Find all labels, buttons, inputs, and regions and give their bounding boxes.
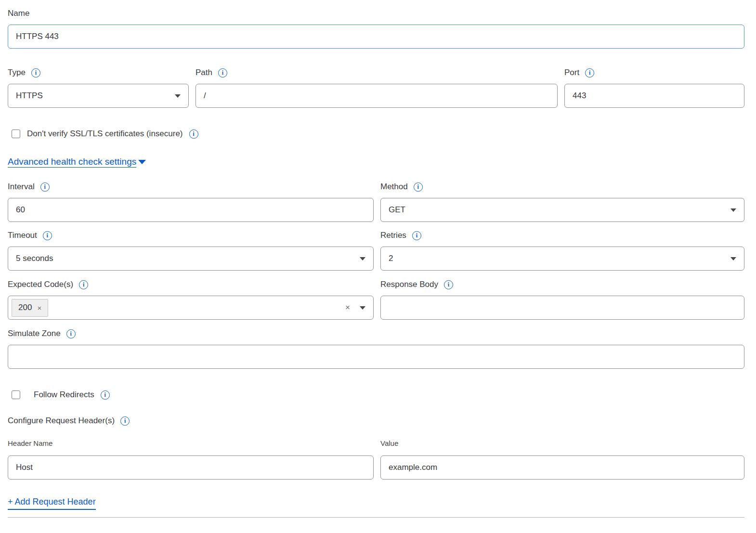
- type-select-value: HTTPS: [16, 91, 43, 101]
- interval-info-icon[interactable]: i: [40, 182, 50, 192]
- response-body-info-icon[interactable]: i: [444, 280, 453, 289]
- ssl-verify-checkbox[interactable]: [12, 130, 20, 138]
- expected-codes-label-text: Expected Code(s): [8, 280, 73, 289]
- follow-redirects-row: Follow Redirects i: [8, 390, 744, 400]
- advanced-settings-link-text: Advanced health check settings: [8, 156, 136, 167]
- path-input[interactable]: [196, 84, 558, 108]
- name-label: Name: [8, 9, 744, 18]
- retries-label-text: Retries: [380, 231, 406, 240]
- response-body-input[interactable]: [380, 296, 744, 320]
- follow-redirects-label: Follow Redirects: [34, 390, 94, 400]
- header-value-label: Value: [380, 439, 744, 447]
- expected-codes-label: Expected Code(s) i: [8, 280, 374, 289]
- method-select[interactable]: GET: [380, 198, 744, 222]
- path-label-text: Path: [196, 68, 212, 78]
- expected-codes-info-icon[interactable]: i: [79, 280, 88, 289]
- header-name-label: Header Name: [8, 439, 374, 447]
- triangle-down-icon: [138, 160, 146, 164]
- code-tag: 200 ×: [12, 299, 48, 317]
- advanced-settings-link[interactable]: Advanced health check settings: [8, 156, 146, 167]
- type-path-port-row: Type i HTTPS Path i Port i: [8, 68, 744, 108]
- timeout-select-value: 5 seconds: [16, 254, 53, 263]
- header-value-input[interactable]: [380, 455, 744, 480]
- section-divider: [8, 517, 744, 518]
- add-request-header-link[interactable]: + Add Request Header: [8, 497, 96, 510]
- header-name-label-text: Header Name: [8, 439, 52, 447]
- chevron-down-icon: [175, 94, 181, 98]
- simulate-zone-info-icon[interactable]: i: [66, 329, 76, 338]
- tag-remove-icon[interactable]: ×: [37, 304, 41, 312]
- path-label: Path i: [196, 68, 558, 78]
- path-info-icon[interactable]: i: [218, 68, 227, 78]
- request-headers-section-text: Configure Request Header(s): [8, 416, 115, 426]
- response-body-label: Response Body i: [380, 280, 744, 289]
- codes-body-row: Expected Code(s) i 200 × × Response Body…: [8, 280, 744, 320]
- chevron-down-icon: [730, 257, 736, 260]
- timeout-retries-row: Timeout i 5 seconds Retries i 2: [8, 231, 744, 271]
- request-headers-info-icon[interactable]: i: [120, 416, 130, 426]
- chevron-down-icon: [360, 257, 365, 260]
- chevron-down-icon: [730, 208, 736, 212]
- type-select[interactable]: HTTPS: [8, 84, 189, 108]
- expected-codes-multiselect[interactable]: 200 × ×: [8, 296, 374, 320]
- retries-select[interactable]: 2: [380, 247, 744, 271]
- ssl-verify-label: Don't verify SSL/TLS certificates (insec…: [27, 129, 183, 139]
- retries-label: Retries i: [380, 231, 744, 240]
- type-label-text: Type: [8, 68, 26, 78]
- port-label-text: Port: [564, 68, 579, 78]
- ssl-verify-info-icon[interactable]: i: [189, 130, 198, 139]
- response-body-label-text: Response Body: [380, 280, 438, 289]
- port-label: Port i: [564, 68, 744, 78]
- interval-label-text: Interval: [8, 182, 35, 192]
- name-label-text: Name: [8, 9, 29, 18]
- method-label: Method i: [380, 182, 744, 192]
- interval-method-row: Interval i Method i GET: [8, 182, 744, 222]
- timeout-info-icon[interactable]: i: [43, 231, 52, 240]
- method-label-text: Method: [380, 182, 408, 192]
- type-info-icon[interactable]: i: [31, 68, 40, 78]
- retries-info-icon[interactable]: i: [412, 231, 421, 240]
- ssl-verify-row: Don't verify SSL/TLS certificates (insec…: [8, 129, 744, 139]
- header-value-label-text: Value: [380, 439, 398, 447]
- port-info-icon[interactable]: i: [585, 68, 594, 78]
- simulate-zone-label: Simulate Zone i: [8, 329, 744, 338]
- method-info-icon[interactable]: i: [414, 182, 423, 192]
- name-input[interactable]: [8, 25, 744, 49]
- interval-label: Interval i: [8, 182, 374, 192]
- chevron-down-icon[interactable]: [360, 306, 365, 310]
- method-select-value: GET: [389, 205, 405, 215]
- timeout-label: Timeout i: [8, 231, 374, 240]
- simulate-zone-input[interactable]: [8, 345, 744, 369]
- port-input[interactable]: [564, 84, 744, 108]
- type-label: Type i: [8, 68, 189, 78]
- follow-redirects-info-icon[interactable]: i: [101, 390, 110, 400]
- retries-select-value: 2: [389, 254, 393, 263]
- follow-redirects-checkbox[interactable]: [12, 390, 20, 399]
- header-name-input[interactable]: [8, 455, 374, 480]
- request-headers-section-label: Configure Request Header(s) i: [8, 416, 744, 426]
- interval-input[interactable]: [8, 198, 374, 222]
- timeout-select[interactable]: 5 seconds: [8, 247, 374, 271]
- simulate-zone-label-text: Simulate Zone: [8, 329, 61, 338]
- timeout-label-text: Timeout: [8, 231, 37, 240]
- clear-icon[interactable]: ×: [345, 303, 350, 312]
- code-tag-text: 200: [18, 303, 32, 312]
- request-header-row: Header Name Value: [8, 439, 744, 480]
